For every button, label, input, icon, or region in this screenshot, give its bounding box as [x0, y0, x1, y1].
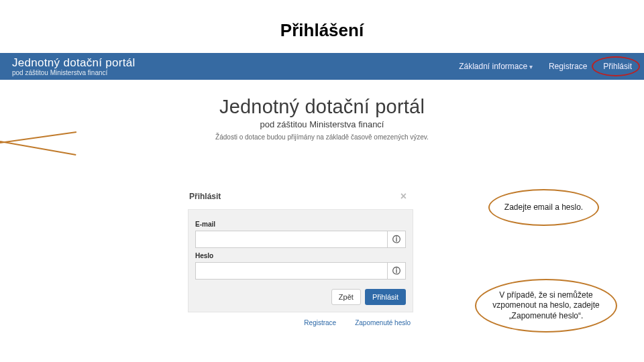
callout-bubble-credentials: Zadejte email a heslo.: [488, 189, 599, 226]
page-title: Jednotný dotační portál: [0, 96, 644, 118]
modal-body: E-mail ⓘ Heslo ⓘ Zpět Přihlásit: [188, 210, 413, 312]
password-field[interactable]: [195, 262, 387, 280]
modal-footer: Registrace Zapomenuté heslo: [188, 312, 413, 330]
callout-pointer: [0, 141, 76, 156]
brand-main: Jednotný dotační portál: [12, 57, 136, 68]
callout-bubble-forgot: V případě, že si nemůžete vzpomenout na …: [475, 279, 617, 333]
callout-text: V případě, že si nemůžete vzpomenout na …: [486, 290, 606, 322]
login-modal: Přihlásit × E-mail ⓘ Heslo ⓘ Zpět Přihlá…: [188, 186, 413, 330]
page-body: Jednotný dotační portál pod záštitou Min…: [0, 80, 644, 141]
close-icon[interactable]: ×: [400, 190, 407, 202]
link-register[interactable]: Registrace: [304, 319, 336, 326]
modal-header: Přihlásit ×: [188, 186, 413, 210]
page-header: Jednotný dotační portál pod záštitou Min…: [0, 96, 644, 141]
page-description: Žádosti o dotace budou přijímány na zákl…: [0, 133, 644, 141]
info-icon[interactable]: ⓘ: [387, 262, 406, 280]
modal-title: Přihlásit: [189, 192, 221, 201]
back-button[interactable]: Zpět: [331, 289, 361, 305]
email-row: ⓘ: [195, 231, 406, 248]
login-button[interactable]: Přihlásit: [365, 289, 406, 305]
page-subtitle: pod záštitou Ministerstva financí: [0, 119, 644, 129]
brand-sub: pod záštitou Ministerstva financí: [12, 70, 136, 76]
button-row: Zpět Přihlásit: [195, 289, 406, 305]
label-password: Heslo: [195, 252, 406, 259]
password-row: ⓘ: [195, 262, 406, 280]
link-forgot-password[interactable]: Zapomenuté heslo: [355, 319, 411, 326]
info-icon[interactable]: ⓘ: [387, 231, 406, 248]
callout-text: Zadejte email a heslo.: [504, 202, 583, 213]
nav-item-info[interactable]: Základní informace: [459, 62, 533, 71]
label-email: E-mail: [195, 221, 406, 228]
brand: Jednotný dotační portál pod záštitou Min…: [12, 57, 136, 76]
nav-right: Základní informace Registrace Přihlásit: [459, 62, 632, 71]
navbar: Jednotný dotační portál pod záštitou Min…: [0, 53, 644, 80]
nav-item-register[interactable]: Registrace: [549, 62, 587, 71]
slide-title: Přihlášení: [0, 0, 644, 53]
email-field[interactable]: [195, 231, 387, 248]
nav-item-login[interactable]: Přihlásit: [603, 62, 632, 71]
